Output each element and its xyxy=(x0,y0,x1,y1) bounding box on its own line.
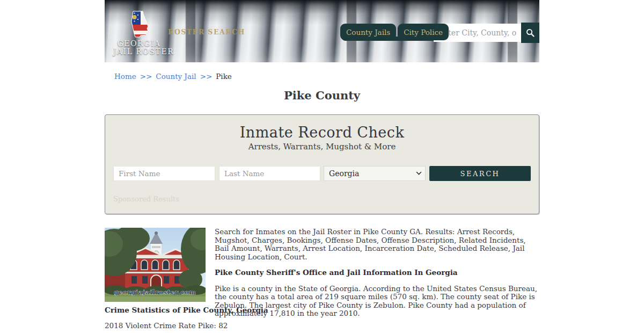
roster-search-label: ROSTER SEARCH xyxy=(168,28,245,36)
inmate-record-check-panel: Inmate Record Check Arrests, Warrants, M… xyxy=(105,114,539,214)
breadcrumb-separator: >> xyxy=(140,72,152,81)
courthouse-photo: georgiajailroster.com xyxy=(105,228,206,302)
header-banner: GEORGIA JAIL ROSTER ROSTER SEARCH County… xyxy=(105,0,539,62)
georgia-flag-icon xyxy=(128,11,150,38)
content-section: georgiajailroster.com Crime Statistics o… xyxy=(105,228,539,330)
state-select[interactable]: Georgia xyxy=(324,166,426,181)
site-logo[interactable]: GEORGIA JAIL ROSTER xyxy=(113,11,165,56)
section-heading: Pike County Sheriff's Office and Jail In… xyxy=(215,269,539,277)
breadcrumb-county-jail-link[interactable]: County Jail xyxy=(156,72,196,81)
photo-watermark: georgiajailroster.com xyxy=(114,289,196,296)
state-select-wrap: Georgia xyxy=(324,166,426,181)
page-container: GEORGIA JAIL ROSTER ROSTER SEARCH County… xyxy=(105,0,539,330)
violent-crime-stat: 2018 Violent Crime Rate Pike: 82 xyxy=(105,321,206,330)
record-check-subtitle: Arrests, Warrants, Mugshot & More xyxy=(113,142,531,151)
search-icon xyxy=(525,28,535,38)
intro-paragraph: Search for Inmates on the Jail Roster in… xyxy=(215,228,539,261)
header-search xyxy=(434,23,539,43)
record-check-form: Georgia SEARCH xyxy=(113,166,531,181)
header-nav: County Jails City Police xyxy=(340,24,450,40)
search-submit-button[interactable] xyxy=(521,23,539,43)
county-description-paragraph: Pike is a county in the State of Georgia… xyxy=(215,285,539,318)
nav-city-police-button[interactable]: City Police xyxy=(398,24,449,40)
left-column: georgiajailroster.com Crime Statistics o… xyxy=(105,228,206,330)
sponsored-results-label: Sponsored Results xyxy=(113,195,531,203)
breadcrumb-home-link[interactable]: Home xyxy=(114,72,136,81)
right-column: Search for Inmates on the Jail Roster in… xyxy=(215,228,539,330)
logo-text-line1: GEORGIA xyxy=(113,40,165,48)
breadcrumb: Home>>County Jail>>Pike xyxy=(105,62,539,81)
logo-text-line2: JAIL ROSTER xyxy=(113,48,165,56)
search-button[interactable]: SEARCH xyxy=(429,166,531,181)
page-title: Pike County xyxy=(105,89,539,102)
crime-stats-caption: Crime Statistics of Pike County, Georgia xyxy=(105,306,206,314)
record-check-title: Inmate Record Check xyxy=(113,124,531,141)
first-name-input[interactable] xyxy=(113,166,215,181)
breadcrumb-separator: >> xyxy=(200,72,213,81)
nav-county-jails-button[interactable]: County Jails xyxy=(340,24,396,40)
breadcrumb-current: Pike xyxy=(216,72,232,81)
last-name-input[interactable] xyxy=(219,166,320,181)
